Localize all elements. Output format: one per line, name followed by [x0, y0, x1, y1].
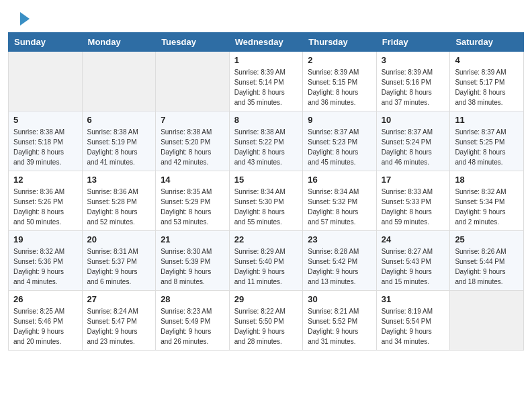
calendar-cell: 31Sunrise: 8:19 AMSunset: 5:54 PMDayligh…: [376, 291, 450, 351]
day-number: 15: [234, 175, 298, 185]
calendar-cell: 13Sunrise: 8:36 AMSunset: 5:28 PMDayligh…: [82, 171, 156, 231]
day-number: 22: [234, 234, 298, 244]
weekday-header-monday: Monday: [82, 33, 156, 52]
day-info: Sunrise: 8:36 AMSunset: 5:28 PMDaylight:…: [87, 187, 151, 227]
day-info: Sunrise: 8:27 AMSunset: 5:43 PMDaylight:…: [382, 246, 445, 287]
day-number: 20: [87, 234, 151, 244]
day-number: 26: [13, 294, 77, 304]
calendar-cell: 17Sunrise: 8:33 AMSunset: 5:33 PMDayligh…: [376, 171, 450, 231]
day-number: 1: [234, 55, 298, 65]
calendar-cell: 19Sunrise: 8:32 AMSunset: 5:36 PMDayligh…: [9, 231, 83, 291]
calendar-cell: 7Sunrise: 8:38 AMSunset: 5:20 PMDaylight…: [156, 111, 230, 171]
day-info: Sunrise: 8:32 AMSunset: 5:36 PMDaylight:…: [13, 246, 77, 287]
day-number: 14: [161, 175, 224, 185]
weekday-header-wednesday: Wednesday: [229, 33, 303, 52]
day-info: Sunrise: 8:37 AMSunset: 5:25 PMDaylight:…: [455, 127, 519, 167]
calendar-cell: [156, 52, 230, 111]
day-number: 30: [308, 294, 371, 304]
day-info: Sunrise: 8:32 AMSunset: 5:34 PMDaylight:…: [455, 187, 519, 227]
calendar-cell: 4Sunrise: 8:39 AMSunset: 5:17 PMDaylight…: [450, 52, 524, 111]
calendar-cell: 22Sunrise: 8:29 AMSunset: 5:40 PMDayligh…: [229, 231, 303, 291]
calendar-cell: 15Sunrise: 8:34 AMSunset: 5:30 PMDayligh…: [229, 171, 303, 231]
day-info: Sunrise: 8:23 AMSunset: 5:49 PMDaylight:…: [161, 306, 224, 347]
day-info: Sunrise: 8:21 AMSunset: 5:52 PMDaylight:…: [308, 306, 371, 347]
calendar-cell: 1Sunrise: 8:39 AMSunset: 5:14 PMDaylight…: [229, 52, 303, 111]
day-number: 9: [308, 115, 371, 125]
weekday-header-thursday: Thursday: [303, 33, 377, 52]
day-number: 3: [382, 55, 445, 65]
calendar-cell: 20Sunrise: 8:31 AMSunset: 5:37 PMDayligh…: [82, 231, 156, 291]
day-info: Sunrise: 8:26 AMSunset: 5:44 PMDaylight:…: [455, 246, 519, 287]
day-info: Sunrise: 8:39 AMSunset: 5:15 PMDaylight:…: [308, 67, 371, 107]
day-info: Sunrise: 8:36 AMSunset: 5:26 PMDaylight:…: [13, 187, 77, 227]
calendar-cell: 6Sunrise: 8:38 AMSunset: 5:19 PMDaylight…: [82, 111, 156, 171]
weekday-header-tuesday: Tuesday: [156, 33, 230, 52]
calendar-cell: 10Sunrise: 8:37 AMSunset: 5:24 PMDayligh…: [376, 111, 450, 171]
calendar-cell: [82, 52, 156, 111]
day-info: Sunrise: 8:28 AMSunset: 5:42 PMDaylight:…: [308, 246, 371, 287]
day-number: 13: [87, 175, 151, 185]
calendar-cell: 29Sunrise: 8:22 AMSunset: 5:50 PMDayligh…: [229, 291, 303, 351]
day-number: 11: [455, 115, 519, 125]
day-info: Sunrise: 8:38 AMSunset: 5:18 PMDaylight:…: [13, 127, 77, 167]
calendar-cell: 27Sunrise: 8:24 AMSunset: 5:47 PMDayligh…: [82, 291, 156, 351]
logo: [16, 12, 30, 27]
day-number: 2: [308, 55, 371, 65]
day-info: Sunrise: 8:29 AMSunset: 5:40 PMDaylight:…: [234, 246, 298, 287]
day-number: 12: [13, 175, 77, 185]
day-info: Sunrise: 8:37 AMSunset: 5:24 PMDaylight:…: [382, 127, 445, 167]
day-info: Sunrise: 8:38 AMSunset: 5:19 PMDaylight:…: [87, 127, 151, 167]
calendar-cell: 24Sunrise: 8:27 AMSunset: 5:43 PMDayligh…: [376, 231, 450, 291]
calendar-cell: 8Sunrise: 8:38 AMSunset: 5:22 PMDaylight…: [229, 111, 303, 171]
calendar-cell: 11Sunrise: 8:37 AMSunset: 5:25 PMDayligh…: [450, 111, 524, 171]
day-info: Sunrise: 8:33 AMSunset: 5:33 PMDaylight:…: [382, 187, 445, 227]
day-info: Sunrise: 8:24 AMSunset: 5:47 PMDaylight:…: [87, 306, 151, 347]
day-info: Sunrise: 8:34 AMSunset: 5:30 PMDaylight:…: [234, 187, 298, 227]
day-info: Sunrise: 8:39 AMSunset: 5:17 PMDaylight:…: [455, 67, 519, 107]
day-number: 31: [382, 294, 445, 304]
calendar-cell: 18Sunrise: 8:32 AMSunset: 5:34 PMDayligh…: [450, 171, 524, 231]
day-number: 4: [455, 55, 519, 65]
calendar-cell: [450, 291, 524, 351]
day-number: 6: [87, 115, 151, 125]
day-info: Sunrise: 8:31 AMSunset: 5:37 PMDaylight:…: [87, 246, 151, 287]
calendar-cell: 14Sunrise: 8:35 AMSunset: 5:29 PMDayligh…: [156, 171, 230, 231]
calendar-cell: 9Sunrise: 8:37 AMSunset: 5:23 PMDaylight…: [303, 111, 377, 171]
day-number: 23: [308, 234, 371, 244]
calendar-cell: 25Sunrise: 8:26 AMSunset: 5:44 PMDayligh…: [450, 231, 524, 291]
weekday-header-saturday: Saturday: [450, 33, 524, 52]
day-info: Sunrise: 8:38 AMSunset: 5:22 PMDaylight:…: [234, 127, 298, 167]
calendar-cell: [9, 52, 83, 111]
day-number: 7: [161, 115, 224, 125]
day-number: 8: [234, 115, 298, 125]
day-number: 28: [161, 294, 224, 304]
day-number: 10: [382, 115, 445, 125]
calendar-cell: 2Sunrise: 8:39 AMSunset: 5:15 PMDaylight…: [303, 52, 377, 111]
calendar-cell: 28Sunrise: 8:23 AMSunset: 5:49 PMDayligh…: [156, 291, 230, 351]
calendar-cell: 3Sunrise: 8:39 AMSunset: 5:16 PMDaylight…: [376, 52, 450, 111]
day-number: 5: [13, 115, 77, 125]
day-info: Sunrise: 8:39 AMSunset: 5:14 PMDaylight:…: [234, 67, 298, 107]
day-number: 27: [87, 294, 151, 304]
day-info: Sunrise: 8:39 AMSunset: 5:16 PMDaylight:…: [382, 67, 445, 107]
day-info: Sunrise: 8:34 AMSunset: 5:32 PMDaylight:…: [308, 187, 371, 227]
calendar-cell: 23Sunrise: 8:28 AMSunset: 5:42 PMDayligh…: [303, 231, 377, 291]
day-number: 25: [455, 234, 519, 244]
calendar-cell: 26Sunrise: 8:25 AMSunset: 5:46 PMDayligh…: [9, 291, 83, 351]
day-number: 24: [382, 234, 445, 244]
weekday-header-sunday: Sunday: [9, 33, 83, 52]
day-number: 17: [382, 175, 445, 185]
day-info: Sunrise: 8:37 AMSunset: 5:23 PMDaylight:…: [308, 127, 371, 167]
day-number: 29: [234, 294, 298, 304]
day-number: 18: [455, 175, 519, 185]
day-info: Sunrise: 8:25 AMSunset: 5:46 PMDaylight:…: [13, 306, 77, 347]
weekday-header-friday: Friday: [376, 33, 450, 52]
day-info: Sunrise: 8:22 AMSunset: 5:50 PMDaylight:…: [234, 306, 298, 347]
day-number: 16: [308, 175, 371, 185]
logo-chevron-icon: [20, 12, 30, 26]
day-number: 19: [13, 234, 77, 244]
calendar-cell: 5Sunrise: 8:38 AMSunset: 5:18 PMDaylight…: [9, 111, 83, 171]
calendar-cell: 12Sunrise: 8:36 AMSunset: 5:26 PMDayligh…: [9, 171, 83, 231]
day-number: 21: [161, 234, 224, 244]
day-info: Sunrise: 8:30 AMSunset: 5:39 PMDaylight:…: [161, 246, 224, 287]
